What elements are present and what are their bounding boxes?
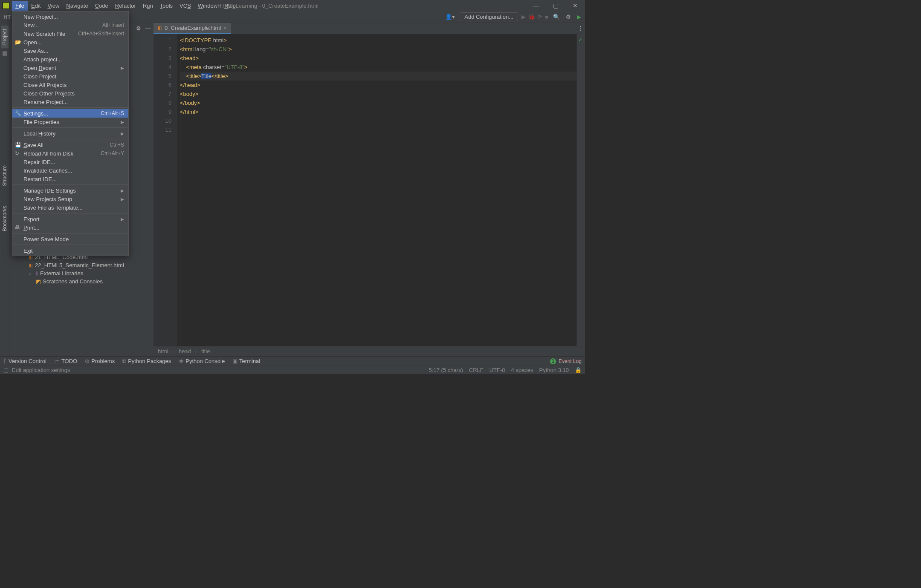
todo-tool-tab[interactable]: ≔TODO bbox=[54, 358, 77, 364]
code-editor[interactable]: <!DOCTYPE html> <html lang="zh-CN"> <hea… bbox=[177, 34, 576, 346]
crumb[interactable]: html bbox=[158, 348, 168, 355]
chevron-right-icon: ▶ bbox=[121, 197, 124, 202]
file-menu-save-file-as-template[interactable]: Save File as Template... bbox=[12, 203, 128, 212]
file-menu-reload-all-from-disk[interactable]: ↻Reload All from DiskCtrl+Alt+Y bbox=[12, 149, 128, 158]
file-menu-close-project[interactable]: Close Project bbox=[12, 72, 128, 81]
analysis-ok-icon[interactable]: ✓ bbox=[578, 37, 582, 43]
project-settings-icon[interactable]: ⚙ bbox=[136, 25, 141, 32]
chevron-right-icon: ▶ bbox=[121, 188, 124, 193]
html-file-icon: ◧ bbox=[158, 25, 162, 31]
menu-refactor[interactable]: Refactor bbox=[112, 1, 139, 11]
menu-window[interactable]: Window bbox=[194, 1, 221, 11]
file-menu-manage-ide-settings[interactable]: Manage IDE Settings▶ bbox=[12, 186, 128, 195]
tab-label: 0_CreateExample.html bbox=[165, 25, 221, 31]
file-menu-settings[interactable]: 🔧Settings...Ctrl+Alt+S bbox=[12, 109, 128, 118]
project-tool-tab[interactable]: Project bbox=[1, 26, 9, 48]
crumb[interactable]: head bbox=[179, 348, 191, 355]
search-icon[interactable]: 🔍 bbox=[552, 14, 561, 20]
wrench-icon: 🔧 bbox=[15, 110, 21, 116]
terminal-tool-tab[interactable]: ▣Terminal bbox=[232, 358, 260, 364]
file-menu-export[interactable]: Export▶ bbox=[12, 215, 128, 223]
tree-scratches[interactable]: ◩Scratches and Consoles bbox=[29, 277, 124, 285]
close-button[interactable]: ✕ bbox=[565, 2, 585, 9]
structure-tool-tab[interactable]: Structure bbox=[1, 162, 9, 190]
menu-navigate[interactable]: Navigate bbox=[63, 1, 91, 11]
file-menu-save-all[interactable]: 💾Save AllCtrl+S bbox=[12, 141, 128, 149]
tree-file[interactable]: ◧22_HTML5_Semantic_Element.html bbox=[29, 261, 124, 269]
file-menu-invalidate-caches[interactable]: Invalidate Caches... bbox=[12, 166, 128, 175]
title-bar: File Edit View Navigate Code Refactor Ru… bbox=[0, 0, 585, 11]
chevron-right-icon: ▶ bbox=[121, 66, 124, 70]
file-menu-open-recent[interactable]: Open Recent▶ bbox=[12, 63, 128, 72]
reload-icon: ↻ bbox=[15, 150, 19, 156]
file-menu-open[interactable]: 📂Open... bbox=[12, 38, 128, 46]
coverage-button[interactable]: ⟳ bbox=[538, 14, 542, 20]
python-packages-tool-tab[interactable]: ⧉Python Packages bbox=[122, 358, 171, 365]
menu-bar: File Edit View Navigate Code Refactor Ru… bbox=[12, 1, 239, 11]
file-menu-local-history[interactable]: Local History▶ bbox=[12, 129, 128, 138]
file-menu-restart-ide[interactable]: Restart IDE... bbox=[12, 175, 128, 183]
window-title: HTML_Learning - 0_CreateExample.html bbox=[217, 3, 319, 9]
file-menu-attach-project[interactable]: Attach project... bbox=[12, 55, 128, 63]
code-with-me-icon[interactable]: ▶ bbox=[576, 14, 582, 20]
code-area: 1234567891011 <!DOCTYPE html> <html lang… bbox=[154, 34, 585, 346]
file-menu-file-properties[interactable]: File Properties▶ bbox=[12, 118, 128, 126]
file-menu-rename-project[interactable]: Rename Project... bbox=[12, 98, 128, 106]
print-icon: 🖶 bbox=[15, 225, 20, 231]
status-tool-window-icon[interactable]: ▢ bbox=[3, 367, 9, 373]
debug-button[interactable]: 🐞 bbox=[528, 14, 535, 20]
file-menu-print[interactable]: 🖶Print... bbox=[12, 223, 128, 232]
file-menu-new-project[interactable]: New Project... bbox=[12, 12, 128, 21]
nav-breadcrumb-root[interactable]: HT bbox=[3, 14, 11, 20]
file-menu-repair-ide[interactable]: Repair IDE... bbox=[12, 158, 128, 166]
file-menu-dropdown: New Project...New...Alt+InsertNew Scratc… bbox=[12, 11, 129, 256]
minimize-button[interactable]: — bbox=[526, 2, 546, 9]
run-button[interactable]: ▶ bbox=[521, 14, 526, 20]
file-menu-close-other-projects[interactable]: Close Other Projects bbox=[12, 89, 128, 98]
file-menu-exit[interactable]: Exit bbox=[12, 246, 128, 255]
menu-code[interactable]: Code bbox=[92, 1, 112, 11]
editor-tab[interactable]: ◧ 0_CreateExample.html × bbox=[154, 23, 231, 34]
menu-edit[interactable]: Edit bbox=[28, 1, 44, 11]
add-configuration-button[interactable]: Add Configuration... bbox=[460, 12, 518, 21]
app-icon bbox=[3, 2, 9, 9]
file-encoding[interactable]: UTF-8 bbox=[489, 367, 505, 373]
line-separator[interactable]: CRLF bbox=[469, 367, 484, 373]
caret-position[interactable]: 5:17 (5 chars) bbox=[429, 367, 463, 373]
file-menu-new[interactable]: New...Alt+Insert bbox=[12, 21, 128, 29]
menu-view[interactable]: View bbox=[44, 1, 63, 11]
chevron-right-icon: ▶ bbox=[121, 120, 124, 124]
chevron-right-icon: ▶ bbox=[121, 217, 124, 222]
project-collapse-icon[interactable]: — bbox=[145, 25, 151, 32]
settings-icon[interactable]: ⚙ bbox=[565, 14, 572, 20]
status-bar: ▢ Edit application settings 5:17 (5 char… bbox=[0, 366, 585, 374]
tab-close-icon[interactable]: × bbox=[223, 25, 227, 31]
lock-icon[interactable]: 🔒 bbox=[575, 367, 582, 373]
indent-setting[interactable]: 4 spaces bbox=[511, 367, 533, 373]
interpreter[interactable]: Python 3.10 bbox=[539, 367, 569, 373]
file-menu-power-save-mode[interactable]: Power Save Mode bbox=[12, 235, 128, 243]
problems-tool-tab[interactable]: ⊘Problems bbox=[85, 358, 115, 364]
file-menu-new-projects-setup[interactable]: New Projects Setup▶ bbox=[12, 195, 128, 203]
bottom-tool-bar: ᚶVersion Control ≔TODO ⊘Problems ⧉Python… bbox=[0, 356, 585, 366]
project-tree: ◧21_HTML_Code.html ◧22_HTML5_Semantic_El… bbox=[29, 253, 124, 285]
window-controls: — ▢ ✕ bbox=[526, 2, 585, 9]
bookmarks-tool-tab[interactable]: Bookmarks bbox=[1, 202, 9, 235]
maximize-button[interactable]: ▢ bbox=[546, 2, 565, 9]
python-console-tool-tab[interactable]: ❖Python Console bbox=[179, 358, 225, 364]
user-icon[interactable]: 👤▾ bbox=[444, 14, 456, 20]
menu-run[interactable]: Run bbox=[139, 1, 156, 11]
file-menu-new-scratch-file[interactable]: New Scratch FileCtrl+Alt+Shift+Insert bbox=[12, 29, 128, 38]
editor-area: ◧ 0_CreateExample.html × ⋮ 1234567891011… bbox=[154, 23, 585, 356]
stop-button[interactable]: ■ bbox=[545, 14, 548, 20]
editor-more-icon[interactable]: ⋮ bbox=[578, 25, 583, 31]
file-menu-close-all-projects[interactable]: Close All Projects bbox=[12, 81, 128, 89]
status-hint: Edit application settings bbox=[12, 367, 70, 373]
menu-vcs[interactable]: VCS bbox=[176, 1, 194, 11]
crumb[interactable]: title bbox=[201, 348, 210, 355]
vcs-tool-tab[interactable]: ᚶVersion Control bbox=[3, 358, 46, 364]
menu-file[interactable]: File bbox=[12, 1, 28, 11]
tree-external-libraries[interactable]: ›⫴External Libraries bbox=[29, 269, 124, 277]
file-menu-save-as[interactable]: Save As... bbox=[12, 46, 128, 55]
menu-tools[interactable]: Tools bbox=[156, 1, 176, 11]
